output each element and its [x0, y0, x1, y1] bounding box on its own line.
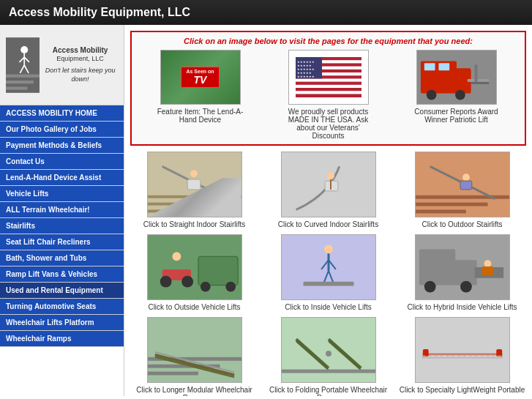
svg-rect-91: [422, 349, 428, 357]
svg-point-4: [20, 45, 28, 53]
flag-svg: ★★★★★★ ★★★★★ ★★★★★★ ★★★★★ ★★★★★★: [296, 57, 361, 97]
svg-point-55: [181, 276, 193, 288]
inside-vehicle-svg: [282, 234, 375, 300]
product-straight-indoor[interactable]: Click to Straight Indoor Stairlifts: [130, 152, 258, 228]
sidebar-item-used-rental[interactable]: Used and Rental Equipment: [0, 283, 124, 299]
sidebar-item-ramp-lift[interactable]: Ramp Lift Vans & Vehicles: [0, 266, 124, 283]
svg-rect-66: [303, 282, 353, 286]
svg-rect-34: [148, 195, 241, 198]
folding-label: Click to Folding Portable Wheelchair Ram…: [264, 386, 392, 396]
svg-point-58: [225, 282, 236, 292]
sidebar-item-stairlifts[interactable]: Stairlifts: [0, 218, 124, 234]
svg-rect-35: [148, 203, 220, 206]
sidebar-item-lend-a-hand[interactable]: Lend-A-Hand Device Assist: [0, 170, 124, 186]
hybrid-label: Click to Hybrid Inside Vehicle Lifts: [398, 303, 526, 311]
header-title: Access Mobility Equipment, LLC: [9, 6, 190, 18]
sidebar-item-contact[interactable]: Contact Us: [0, 154, 124, 170]
product-outside-vehicle[interactable]: Click to Outside Vehicle Lifts: [130, 234, 258, 311]
page-header: Access Mobility Equipment, LLC: [0, 0, 532, 25]
inside-vehicle-label: Click to Inside Vehicle Lifts: [264, 303, 392, 311]
logo-area: Access Mobility Equipment, LLC Don't let…: [6, 32, 118, 98]
svg-rect-31: [474, 64, 477, 82]
svg-rect-3: [6, 86, 27, 89]
svg-rect-74: [482, 266, 493, 275]
svg-rect-30: [467, 79, 488, 82]
sidebar-item-wheelchair-ramps[interactable]: Wheelchair Ramps: [0, 331, 124, 347]
banner-item-patriot-label: Consumer Reports Award Winner Patriotic …: [409, 108, 504, 124]
longer-modular-label: Click to Longer Modular Wheelchair Ramps: [130, 386, 258, 396]
lend-a-hand-image: As Seen on TV: [160, 50, 241, 105]
product-folding[interactable]: Click to Folding Portable Wheelchair Ram…: [264, 317, 392, 396]
banner-item-patriot[interactable]: Consumer Reports Award Winner Patriotic …: [409, 50, 504, 124]
svg-rect-0: [6, 37, 40, 93]
svg-rect-92: [496, 349, 502, 357]
logo-company: Access Mobility: [42, 45, 118, 55]
usa-flag-image: ★★★★★★ ★★★★★ ★★★★★★ ★★★★★ ★★★★★★: [288, 50, 369, 105]
sidebar-item-all-terrain[interactable]: ALL Terrain Wheelchair!: [0, 202, 124, 218]
svg-rect-50: [460, 181, 472, 190]
outside-vehicle-image: [147, 234, 242, 300]
svg-rect-94: [426, 354, 498, 355]
vehicle-svg: [148, 234, 241, 300]
banner-item-usa-label: We proudly sell products MADE IN THE USA…: [281, 108, 376, 140]
straight-indoor-image: [147, 152, 242, 217]
hybrid-svg: [416, 234, 509, 300]
patriot-svg: [417, 50, 496, 105]
sidebar-item-bath[interactable]: Bath, Shower and Tubs: [0, 250, 124, 266]
nav-list: ACCESS MOBILITY HOME Our Photo Gallery o…: [0, 105, 124, 347]
sidebar-item-seat-lift[interactable]: Seat Lift Chair Recliners: [0, 234, 124, 250]
product-grid: Click to Straight Indoor Stairlifts: [130, 152, 526, 396]
folding-ramp-image: [281, 317, 376, 383]
svg-rect-2: [6, 81, 34, 83]
product-specialty[interactable]: Click to Specialty LightWeight Portable: [398, 317, 526, 396]
product-outdoor[interactable]: Click to Outdoor Stairlifts: [398, 152, 526, 228]
hybrid-image: [415, 234, 510, 300]
banner-item-lend-a-hand[interactable]: As Seen on TV Feature Item: The Lend-A-H…: [153, 50, 248, 124]
svg-point-60: [324, 245, 333, 253]
svg-rect-16: [296, 91, 361, 94]
featured-items: As Seen on TV Feature Item: The Lend-A-H…: [136, 50, 520, 140]
svg-point-57: [200, 282, 210, 292]
svg-point-70: [424, 281, 435, 293]
svg-point-52: [172, 252, 181, 261]
svg-rect-78: [148, 372, 198, 376]
banner-item-usa[interactable]: ★★★★★★ ★★★★★ ★★★★★★ ★★★★★ ★★★★★★ We prou…: [281, 50, 376, 140]
specialty-svg: [416, 317, 509, 383]
svg-point-71: [460, 281, 472, 293]
svg-rect-47: [416, 209, 466, 213]
sidebar-item-payment[interactable]: Payment Methods & Beliefs: [0, 138, 124, 154]
svg-rect-38: [187, 179, 201, 190]
svg-rect-26: [424, 63, 435, 70]
folding-ramp-svg: [282, 317, 375, 383]
logo-company2: Equipment, LLC: [42, 55, 118, 64]
svg-rect-41: [325, 181, 338, 191]
sidebar: Access Mobility Equipment, LLC Don't let…: [0, 25, 124, 396]
sidebar-item-wheelchair-lifts[interactable]: Wheelchair Lifts Platform: [0, 315, 124, 331]
svg-rect-27: [438, 63, 449, 70]
product-curved-indoor[interactable]: Click to Curved Indoor Stairlifts: [264, 152, 392, 228]
sidebar-item-turning[interactable]: Turning Automotive Seats: [0, 299, 124, 315]
product-longer-modular[interactable]: Click to Longer Modular Wheelchair Ramps: [130, 317, 258, 396]
longer-ramp-svg: [148, 317, 241, 383]
sidebar-item-home[interactable]: ACCESS MOBILITY HOME: [0, 105, 124, 122]
main-layout: Access Mobility Equipment, LLC Don't let…: [0, 25, 532, 396]
outdoor-svg: [416, 152, 509, 217]
banner-title: Click on an image below to visit the pag…: [136, 37, 520, 45]
patriot-lift-image: [416, 50, 497, 105]
logo-tagline: Don't let stairs keep you down!: [42, 67, 118, 83]
product-hybrid[interactable]: Click to Hybrid Inside Vehicle Lifts: [398, 234, 526, 311]
svg-point-87: [326, 351, 331, 357]
svg-rect-36: [148, 209, 198, 212]
svg-point-28: [426, 90, 436, 100]
curved-svg: [282, 152, 375, 217]
curved-indoor-image: [281, 152, 376, 217]
outside-vehicle-label: Click to Outside Vehicle Lifts: [130, 303, 258, 311]
sidebar-item-photo-gallery[interactable]: Our Photo Gallery of Jobs: [0, 122, 124, 138]
svg-point-29: [455, 90, 465, 100]
product-inside-vehicle[interactable]: Click to Inside Vehicle Lifts: [264, 234, 392, 311]
sidebar-item-vehicle-lifts[interactable]: Vehicle Lifts: [0, 186, 124, 202]
svg-rect-89: [416, 318, 509, 383]
tv-inner: As Seen on TV: [181, 67, 219, 88]
svg-point-73: [484, 260, 491, 267]
featured-banner: Click on an image below to visit the pag…: [130, 31, 526, 146]
